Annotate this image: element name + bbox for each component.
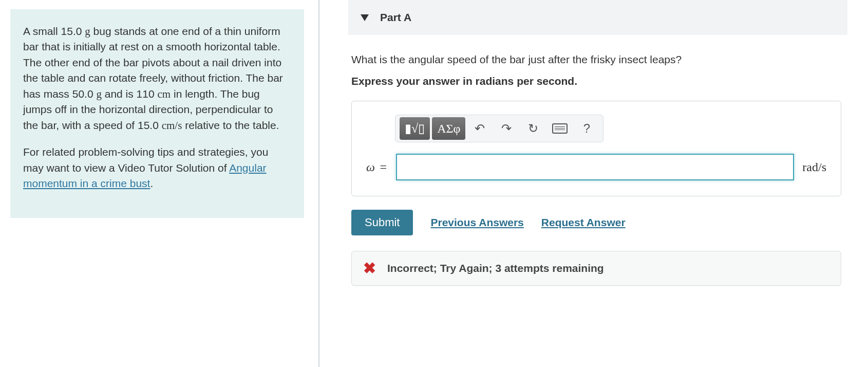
answer-column: Part A What is the angular speed of the … <box>319 0 868 367</box>
chevron-down-icon <box>361 14 369 21</box>
problem-statement: A small 15.0 g bug stands at one end of … <box>10 9 304 218</box>
text: A small 15.0 <box>23 25 85 37</box>
page-root: A small 15.0 g bug stands at one end of … <box>0 0 868 367</box>
part-a-header[interactable]: Part A <box>348 0 847 35</box>
problem-column: A small 15.0 g bug stands at one end of … <box>0 0 318 367</box>
unit-g: g <box>85 25 90 38</box>
unit-cm: cm <box>158 88 171 100</box>
part-title: Part A <box>380 11 411 24</box>
answer-row: ω = rad/s <box>366 154 826 180</box>
request-answer-link[interactable]: Request Answer <box>541 216 626 229</box>
submit-button[interactable]: Submit <box>351 210 413 235</box>
text: . <box>150 177 153 189</box>
incorrect-icon: ✖ <box>363 261 376 276</box>
undo-button[interactable]: ↶ <box>467 117 492 140</box>
answer-instruction: Express your answer in radians per secon… <box>351 75 841 87</box>
template-icon: ▮√▯ <box>405 121 425 136</box>
template-button[interactable]: ▮√▯ <box>400 117 430 140</box>
question-text: What is the angular speed of the bar jus… <box>351 53 841 66</box>
undo-icon: ↶ <box>475 121 485 136</box>
problem-paragraph-1: A small 15.0 g bug stands at one end of … <box>23 24 289 133</box>
answer-input[interactable] <box>396 154 794 180</box>
unit-cmps: cm/s <box>162 119 182 132</box>
reset-button[interactable]: ↻ <box>521 117 545 140</box>
greek-icon: ΑΣφ <box>437 122 460 136</box>
text: relative to the table. <box>182 119 279 131</box>
keyboard-button[interactable] <box>548 117 572 140</box>
unit-label: rad/s <box>802 160 826 174</box>
help-icon: ? <box>583 121 590 136</box>
equation-toolbar: ▮√▯ ΑΣφ ↶ ↷ ↻ <box>395 115 603 142</box>
previous-answers-link[interactable]: Previous Answers <box>430 216 523 229</box>
variable-label: ω = <box>366 160 388 174</box>
help-button[interactable]: ? <box>574 117 599 140</box>
redo-button[interactable]: ↷ <box>494 117 519 140</box>
unit-g: g <box>96 88 102 100</box>
problem-paragraph-2: For related problem-solving tips and str… <box>23 144 289 191</box>
feedback-banner: ✖ Incorrect; Try Again; 3 attempts remai… <box>351 251 841 286</box>
text: and is 110 <box>102 88 158 100</box>
reset-icon: ↻ <box>528 121 538 136</box>
question-area: What is the angular speed of the bar jus… <box>348 53 847 286</box>
action-row: Submit Previous Answers Request Answer <box>351 210 841 235</box>
greek-button[interactable]: ΑΣφ <box>432 117 465 140</box>
feedback-text: Incorrect; Try Again; 3 attempts remaini… <box>387 262 604 274</box>
keyboard-icon <box>552 123 568 134</box>
answer-shell: ▮√▯ ΑΣφ ↶ ↷ ↻ <box>351 101 841 196</box>
redo-icon: ↷ <box>501 121 512 136</box>
